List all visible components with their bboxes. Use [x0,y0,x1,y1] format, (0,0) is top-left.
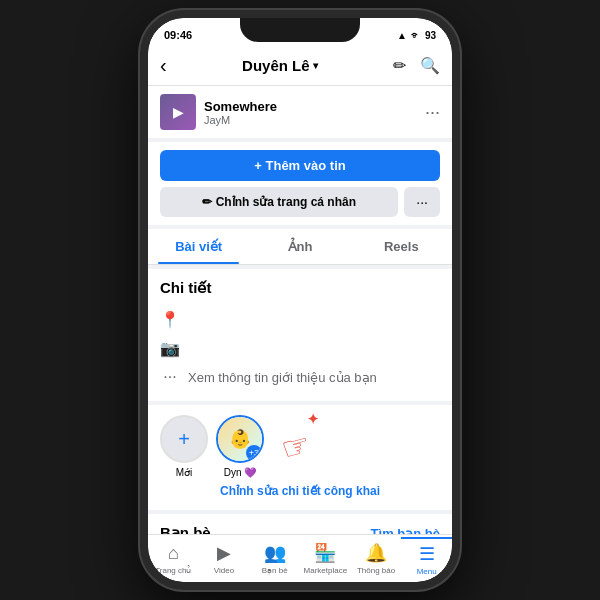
tab-reels[interactable]: Reels [351,229,452,264]
header-nav: ‹ Duyên Lê ▾ ✏ 🔍 [148,46,452,86]
bottom-nav: ⌂ Trang chủ ▶ Video 👥 Bạn bè 🏪 Marketpla… [148,534,452,582]
phone-screen: 09:46 ▲ ᯤ 93 ‹ Duyên Lê ▾ ✏ 🔍 [148,18,452,582]
notch [240,18,360,42]
song-artist: JayM [204,114,277,126]
info-row[interactable]: ··· Xem thông tin giới thiệu của bạn [160,363,440,391]
stories-section: + Mới 👶 +3 Dyn 💜 ☞ [148,405,452,510]
song-card: ▶ Somewhere JayM ··· [148,86,452,138]
secondary-buttons-row: ✏ Chỉnh sửa trang cá nhân ··· [160,187,440,217]
song-title: Somewhere [204,99,277,114]
header-icons: ✏ 🔍 [393,56,440,75]
song-more-button[interactable]: ··· [425,102,440,123]
marketplace-icon: 🏪 [314,542,336,564]
nav-home[interactable]: ⌂ Trang chủ [148,539,199,579]
song-text: Somewhere JayM [204,99,277,126]
nav-menu[interactable]: ☰ Menu [401,537,452,580]
details-title: Chi tiết [160,279,440,297]
instagram-icon: 📷 [160,339,180,358]
friends-icon: 👥 [264,542,286,564]
friends-section: Bạn bè Tìm bạn bè 1.136 người bạn [148,514,452,534]
edit-public-details-link[interactable]: Chỉnh sửa chi tiết công khai [160,478,440,500]
edit-profile-button[interactable]: ✏ Chỉnh sửa trang cá nhân [160,187,398,217]
nav-notifications[interactable]: 🔔 Thông báo [351,538,402,579]
dyn-story-label: Dyn 💜 [224,467,257,478]
nav-friends-label: Bạn bè [262,566,288,575]
more-options-button[interactable]: ··· [404,187,440,217]
play-icon: ▶ [173,104,184,120]
nav-video[interactable]: ▶ Video [199,538,250,579]
back-button[interactable]: ‹ [160,54,167,77]
nav-home-label: Trang chủ [155,566,191,575]
dropdown-arrow: ▾ [313,60,318,71]
find-friends-link[interactable]: Tìm bạn bè [371,526,440,535]
search-icon[interactable]: 🔍 [420,56,440,75]
tab-photos[interactable]: Ảnh [249,229,350,264]
status-icons: ▲ ᯤ 93 [397,30,436,41]
location-icon: 📍 [160,310,180,329]
add-story-button[interactable]: + Thêm vào tin [160,150,440,181]
more-dots-icon: ··· [160,368,180,386]
sparkle-icon: ✦ [307,411,319,427]
song-thumbnail: ▶ [160,94,196,130]
location-row: 📍 [160,305,440,334]
new-story-circle: + [160,415,208,463]
story-count-badge: +3 [246,445,262,461]
status-wifi: ᯤ [411,30,421,41]
hand-cursor-icon: ☞ [278,424,316,468]
bell-icon: 🔔 [365,542,387,564]
new-story-label: Mới [176,467,193,478]
main-content: ▶ Somewhere JayM ··· + Thêm vào tin ✏ Ch… [148,86,452,534]
song-info: ▶ Somewhere JayM [160,94,277,130]
nav-menu-label: Menu [417,567,437,576]
edit-icon[interactable]: ✏ [393,56,406,75]
menu-icon: ☰ [419,543,435,565]
tab-posts[interactable]: Bài viết [148,229,249,264]
dyn-story-item[interactable]: 👶 +3 Dyn 💜 [216,415,264,478]
header-title-group: Duyên Lê ▾ [242,57,318,74]
status-signal: ▲ [397,30,407,41]
nav-marketplace-label: Marketplace [304,566,348,575]
instagram-row: 📷 [160,334,440,363]
add-story-icon: + [178,428,190,451]
new-story-item[interactable]: + Mới [160,415,208,478]
nav-marketplace[interactable]: 🏪 Marketplace [300,538,351,579]
edit-profile-label: ✏ Chỉnh sửa trang cá nhân [202,195,356,209]
nav-notifications-label: Thông báo [357,566,395,575]
nav-friends[interactable]: 👥 Bạn bè [249,538,300,579]
home-icon: ⌂ [168,543,179,564]
hand-cursor-container: ☞ ✦ [282,415,311,478]
action-buttons: + Thêm vào tin ✏ Chỉnh sửa trang cá nhân… [148,142,452,225]
info-link-text: Xem thông tin giới thiệu của bạn [188,370,377,385]
dyn-story-circle: 👶 +3 [216,415,264,463]
phone-frame: 09:46 ▲ ᯤ 93 ‹ Duyên Lê ▾ ✏ 🔍 [140,10,460,590]
tabs-bar: Bài viết Ảnh Reels [148,229,452,265]
video-icon: ▶ [217,542,231,564]
status-battery: 93 [425,30,436,41]
friends-title: Bạn bè [160,524,211,534]
details-section: Chi tiết 📍 📷 ··· Xem thông tin giới thiệ… [148,269,452,401]
friends-header: Bạn bè Tìm bạn bè [160,524,440,534]
status-time: 09:46 [164,29,192,41]
nav-video-label: Video [214,566,234,575]
stories-items: + Mới 👶 +3 Dyn 💜 ☞ [160,415,440,478]
profile-name: Duyên Lê [242,57,310,74]
